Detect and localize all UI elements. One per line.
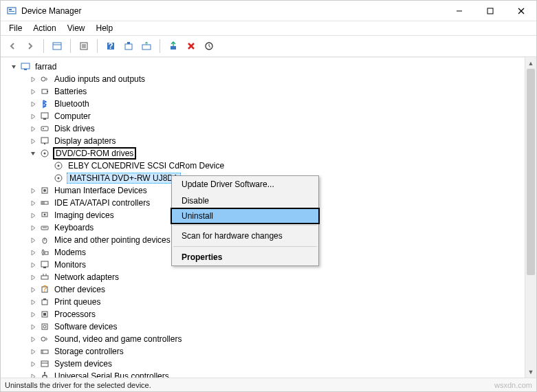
expander-icon[interactable] [28, 309, 38, 319]
scroll-up-arrow[interactable]: ▲ [525, 57, 536, 69]
enable-button[interactable] [166, 39, 181, 54]
node-label[interactable]: Modems [53, 248, 87, 257]
help-button[interactable]: ? [103, 39, 118, 54]
node-label[interactable]: Processors [53, 309, 97, 319]
node-label[interactable]: Network adapters [53, 272, 120, 282]
menu-uninstall[interactable]: Uninstall [171, 208, 320, 224]
tree-node[interactable]: DVD/CD-ROM drives [25, 147, 536, 160]
tree-node[interactable]: Software devices [25, 320, 536, 333]
expander-icon[interactable] [9, 62, 19, 72]
expander-icon[interactable] [28, 74, 38, 84]
node-label[interactable]: Display adapters [53, 136, 117, 146]
node-label[interactable]: Print queues [53, 297, 102, 307]
root-node[interactable]: farrad [34, 62, 58, 72]
menu-view[interactable]: View [62, 22, 91, 34]
expander-icon[interactable] [28, 87, 38, 96]
close-button[interactable] [505, 1, 536, 21]
minimize-button[interactable] [443, 1, 474, 21]
expander-icon[interactable] [28, 371, 38, 378]
node-label[interactable]: Monitors [53, 260, 87, 270]
expander-icon[interactable] [28, 359, 38, 369]
node-label[interactable]: Other devices [53, 285, 107, 294]
menu-file[interactable]: File [3, 22, 28, 34]
node-label[interactable]: Human Interface Devices [53, 186, 149, 195]
cd-drive-icon [53, 160, 64, 171]
node-label[interactable]: System devices [53, 359, 113, 369]
expander-icon[interactable] [28, 334, 38, 344]
tree-node[interactable]: Print queues [25, 296, 536, 308]
expander-icon[interactable] [28, 248, 38, 257]
update-driver-button[interactable] [139, 39, 154, 54]
scroll-thumb[interactable] [527, 69, 535, 275]
expander-icon[interactable] [28, 124, 38, 133]
tree-node[interactable]: ?Other devices [25, 283, 536, 296]
expander-icon[interactable] [28, 198, 38, 208]
node-label[interactable]: Bluetooth [53, 99, 91, 109]
expander-icon[interactable] [28, 260, 38, 270]
tree-node[interactable]: Computer [25, 110, 536, 122]
node-label[interactable]: Keyboards [53, 223, 95, 232]
tree-node-child[interactable]: ELBY CLONEDRIVE SCSI CdRom Device [39, 160, 536, 172]
expander-icon[interactable] [28, 223, 38, 232]
tree-node[interactable]: Batteries [25, 85, 536, 98]
expander-icon[interactable] [28, 297, 38, 307]
tree-node[interactable]: Network adapters [25, 271, 536, 283]
node-label[interactable]: Universal Serial Bus controllers [53, 371, 171, 378]
menu-disable[interactable]: Disable [172, 193, 318, 209]
expander-icon[interactable] [28, 136, 38, 146]
svg-point-34 [44, 153, 46, 155]
expander-icon[interactable] [28, 285, 38, 294]
menu-action[interactable]: Action [28, 22, 61, 34]
menu-properties[interactable]: Properties [172, 249, 318, 265]
toolbar: ? [1, 35, 536, 57]
device-icon [39, 371, 50, 378]
node-label[interactable]: DVD/CD-ROM drives [53, 147, 136, 160]
menu-scan[interactable]: Scan for hardware changes [172, 228, 318, 244]
scroll-down-arrow[interactable]: ▼ [525, 366, 536, 378]
tree-node[interactable]: Storage controllers [25, 345, 536, 358]
node-label[interactable]: Audio inputs and outputs [53, 74, 146, 84]
tree-node[interactable]: Processors [25, 308, 536, 320]
scan-hardware-button[interactable] [201, 39, 217, 54]
menu-update-driver[interactable]: Update Driver Software... [172, 176, 318, 193]
node-label[interactable]: IDE ATA/ATAPI controllers [53, 198, 151, 208]
node-label[interactable]: Sound, video and game controllers [53, 334, 183, 344]
node-label[interactable]: Software devices [53, 322, 118, 331]
uninstall-button[interactable] [184, 39, 199, 54]
node-label[interactable]: Storage controllers [53, 347, 125, 356]
scan-button[interactable] [121, 39, 136, 54]
expander-icon[interactable] [28, 99, 38, 109]
tree-node[interactable]: Sound, video and game controllers [25, 333, 536, 345]
expander-icon[interactable] [28, 210, 38, 220]
tree-node[interactable]: Audio inputs and outputs [25, 73, 536, 85]
expander-icon[interactable] [28, 272, 38, 282]
menu-help[interactable]: Help [91, 22, 119, 34]
svg-rect-22 [21, 63, 30, 69]
expander-icon[interactable] [28, 149, 38, 158]
node-label[interactable]: Computer [53, 111, 92, 121]
node-label[interactable]: Mice and other pointing devices [53, 235, 172, 245]
back-button[interactable] [5, 39, 20, 54]
tree-node[interactable]: Universal Serial Bus controllers [25, 370, 536, 378]
expander-icon[interactable] [28, 235, 38, 245]
node-label[interactable]: MATSHITA DVD+-RW UJ8D1 [67, 173, 181, 184]
properties-button[interactable] [76, 39, 91, 54]
tree-node[interactable]: Bluetooth [25, 98, 536, 110]
expander-icon[interactable] [28, 111, 38, 121]
expander-icon[interactable] [28, 322, 38, 331]
show-hidden-button[interactable] [50, 39, 65, 54]
tree-node[interactable]: Disk drives [25, 122, 536, 135]
expander-icon[interactable] [28, 186, 38, 195]
maximize-button[interactable] [474, 1, 505, 21]
node-label[interactable]: Disk drives [53, 124, 96, 133]
tree-node[interactable]: System devices [25, 358, 536, 370]
node-label[interactable]: Imaging devices [53, 210, 116, 220]
expander-icon[interactable] [28, 347, 38, 356]
vertical-scrollbar[interactable]: ▲ ▼ [525, 57, 536, 378]
forward-button[interactable] [23, 39, 38, 54]
tree-node[interactable]: Display adapters [25, 135, 536, 147]
svg-rect-52 [43, 267, 46, 268]
node-label[interactable]: Batteries [53, 87, 88, 96]
node-label[interactable]: ELBY CLONEDRIVE SCSI CdRom Device [67, 161, 226, 171]
svg-rect-25 [42, 89, 47, 94]
